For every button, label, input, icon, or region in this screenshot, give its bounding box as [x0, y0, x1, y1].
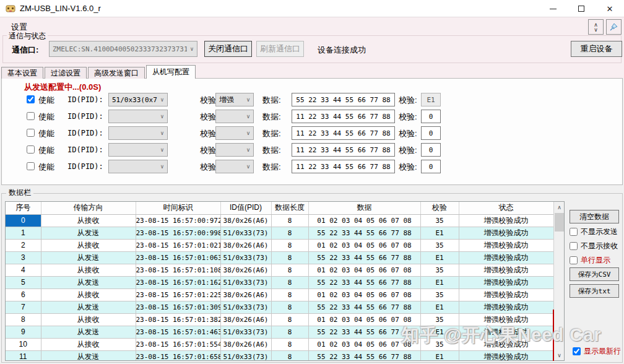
- cell-data[interactable]: 01 02 03 04 05 06 07 08: [308, 264, 420, 276]
- column-header[interactable]: 序号: [6, 202, 41, 214]
- column-header[interactable]: 传输方向: [41, 202, 136, 214]
- data-input[interactable]: [292, 143, 395, 157]
- cell-length[interactable]: 8: [271, 227, 308, 239]
- column-header[interactable]: 校验: [420, 202, 459, 214]
- cell-timestamp[interactable]: 23-08-15 16:57:01:162: [136, 276, 220, 288]
- cell-checksum[interactable]: E1: [420, 326, 459, 338]
- cell-id-pid[interactable]: 51/0x33(73): [220, 227, 271, 239]
- tab[interactable]: 从机写配置: [146, 65, 196, 79]
- checksum-input[interactable]: [421, 160, 441, 173]
- cell-status[interactable]: 增强校验成功: [459, 276, 553, 288]
- check-mode-select[interactable]: ∨: [215, 143, 254, 157]
- cell-id-pid[interactable]: 38/0x26(A6): [220, 288, 271, 301]
- check-mode-select[interactable]: ∨: [215, 126, 254, 140]
- check-mode-select[interactable]: ∨: [215, 110, 254, 123]
- column-header[interactable]: 数据长度: [271, 202, 308, 214]
- cell-data[interactable]: 55 22 33 44 55 66 77 88: [308, 276, 420, 288]
- table-row[interactable]: 4 从接收 23-08-15 16:57:01:108 38/0x26(A6) …: [6, 264, 553, 276]
- checksum-input[interactable]: [421, 93, 441, 106]
- save-txt-button[interactable]: 保存为txt: [570, 284, 619, 298]
- cell-direction[interactable]: 从接收: [41, 288, 136, 301]
- cell-seq[interactable]: 10: [6, 338, 41, 350]
- cell-checksum[interactable]: E1: [420, 276, 459, 288]
- cell-checksum[interactable]: 35: [420, 264, 459, 276]
- cell-length[interactable]: 8: [271, 288, 308, 301]
- cell-seq[interactable]: 9: [6, 326, 41, 338]
- table-row[interactable]: 2 从接收 23-08-15 16:57:01:021 38/0x26(A6) …: [6, 239, 553, 251]
- table-row[interactable]: 5 从发送 23-08-15 16:57:01:162 51/0x33(73) …: [6, 276, 553, 288]
- cell-checksum[interactable]: 35: [420, 313, 459, 326]
- id-pid-select[interactable]: 51/0x33(0x73) ∨: [108, 93, 168, 106]
- cell-status[interactable]: 增强校验成功: [459, 214, 553, 227]
- close-port-button[interactable]: 关闭通信口: [204, 41, 252, 57]
- cell-id-pid[interactable]: 38/0x26(A6): [220, 239, 271, 251]
- cell-id-pid[interactable]: 51/0x33(73): [220, 276, 271, 288]
- cell-status[interactable]: 增强校验成功: [459, 264, 553, 276]
- cell-length[interactable]: 8: [271, 301, 308, 313]
- hide-tx-checkbox[interactable]: [570, 228, 578, 236]
- cell-direction[interactable]: 从接收: [41, 338, 136, 350]
- cell-timestamp[interactable]: 23-08-15 16:57:01:658: [136, 350, 220, 361]
- minimize-button[interactable]: [539, 0, 567, 17]
- cell-id-pid[interactable]: 38/0x26(A6): [220, 214, 271, 227]
- table-row[interactable]: 3 从发送 23-08-15 16:57:01:063 51/0x33(73) …: [6, 251, 553, 264]
- cell-length[interactable]: 8: [271, 214, 308, 227]
- enable-checkbox[interactable]: [27, 112, 35, 120]
- cell-timestamp[interactable]: 23-08-15 16:57:01:309: [136, 301, 220, 313]
- table-row[interactable]: 9 从发送 23-08-15 16:57:01:463 51/0x33(73) …: [6, 326, 553, 338]
- cell-length[interactable]: 8: [271, 251, 308, 264]
- cell-id-pid[interactable]: 38/0x26(A6): [220, 313, 271, 326]
- table-row[interactable]: 7 从发送 23-08-15 16:57:01:309 51/0x33(73) …: [6, 301, 553, 313]
- cell-timestamp[interactable]: 23-08-15 16:57:01:225: [136, 288, 220, 301]
- checksum-input[interactable]: [421, 143, 441, 157]
- cell-timestamp[interactable]: 23-08-15 16:57:01:063: [136, 251, 220, 264]
- cell-direction[interactable]: 从接收: [41, 239, 136, 251]
- column-header[interactable]: ID值(PID): [220, 202, 271, 214]
- cell-seq[interactable]: 8: [6, 313, 41, 326]
- id-pid-select[interactable]: ∨: [108, 143, 168, 157]
- cell-checksum[interactable]: E1: [420, 227, 459, 239]
- cell-timestamp[interactable]: 23-08-15 16:57:01:382: [136, 313, 220, 326]
- cell-length[interactable]: 8: [271, 264, 308, 276]
- cell-checksum[interactable]: 35: [420, 214, 459, 227]
- cell-id-pid[interactable]: 51/0x33(73): [220, 251, 271, 264]
- scroll-up-icon[interactable]: ∧: [554, 202, 565, 212]
- enable-checkbox[interactable]: [27, 162, 35, 170]
- column-header[interactable]: 数据: [308, 202, 420, 214]
- cell-direction[interactable]: 从发送: [41, 276, 136, 288]
- id-pid-select[interactable]: ∨: [108, 160, 168, 173]
- column-header[interactable]: 状态: [459, 202, 553, 214]
- save-csv-button[interactable]: 保存为CSV: [570, 267, 619, 281]
- cell-checksum[interactable]: 35: [420, 338, 459, 350]
- cell-timestamp[interactable]: 23-08-15 16:57:01:554: [136, 338, 220, 350]
- tab[interactable]: 基本设置: [1, 67, 43, 79]
- cell-length[interactable]: 8: [271, 276, 308, 288]
- cell-timestamp[interactable]: 23-08-15 16:57:01:108: [136, 264, 220, 276]
- checksum-input[interactable]: [421, 126, 441, 140]
- cell-seq[interactable]: 0: [6, 214, 41, 227]
- show-latest-checkbox[interactable]: [573, 347, 581, 355]
- data-input[interactable]: [292, 126, 395, 140]
- cell-length[interactable]: 8: [271, 338, 308, 350]
- enable-checkbox[interactable]: [27, 145, 35, 154]
- tab[interactable]: 高级发送窗口: [88, 67, 145, 79]
- cell-seq[interactable]: 7: [6, 301, 41, 313]
- cell-id-pid[interactable]: 38/0x26(A6): [220, 264, 271, 276]
- cell-timestamp[interactable]: 23-08-15 16:57:00:998: [136, 227, 220, 239]
- cell-length[interactable]: 8: [271, 326, 308, 338]
- cell-data[interactable]: 55 22 33 44 55 66 77 88: [308, 227, 420, 239]
- cell-checksum[interactable]: E1: [420, 350, 459, 361]
- cell-checksum[interactable]: 35: [420, 288, 459, 301]
- table-row[interactable]: 10 从接收 23-08-15 16:57:01:554 38/0x26(A6)…: [6, 338, 553, 350]
- cell-data[interactable]: 01 02 03 04 05 06 07 08: [308, 338, 420, 350]
- cell-data[interactable]: 55 22 33 44 55 66 77 88: [308, 251, 420, 264]
- check-mode-select[interactable]: ∨: [215, 160, 254, 173]
- cell-id-pid[interactable]: 51/0x33(73): [220, 301, 271, 313]
- checksum-input[interactable]: [421, 110, 441, 123]
- cell-status[interactable]: 增强校验成功: [459, 251, 553, 264]
- cell-direction[interactable]: 从接收: [41, 264, 136, 276]
- cell-id-pid[interactable]: 51/0x33(73): [220, 350, 271, 361]
- table-row[interactable]: 6 从接收 23-08-15 16:57:01:225 38/0x26(A6) …: [6, 288, 553, 301]
- cell-seq[interactable]: 3: [6, 251, 41, 264]
- cell-direction[interactable]: 从接收: [41, 214, 136, 227]
